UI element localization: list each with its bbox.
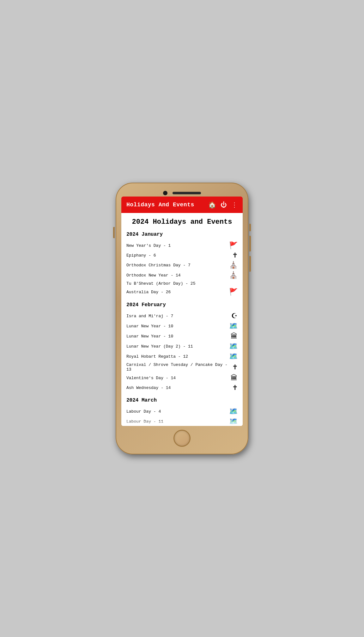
australia-map-icon-2: 🗺️ (228, 342, 238, 350)
section-february: 2024 February Isra and Mi'raj - 7 ☪ Luna… (126, 302, 238, 392)
volume-button (113, 227, 115, 238)
month-heading-january: 2024 January (126, 232, 238, 237)
section-january: 2024 January New Year's Day - 1 🚩 Epipha… (126, 232, 238, 297)
month-heading-march: 2024 March (126, 397, 238, 403)
list-item: Lunar New Year (Day 2) - 11 🗺️ (126, 341, 238, 351)
list-item: Isra and Mi'raj - 7 ☪ (126, 311, 238, 321)
app-title: Holidays And Events (126, 202, 194, 208)
power-icon[interactable]: ⏻ (221, 201, 227, 209)
phone-top-bar (121, 188, 243, 197)
list-item: Australia Day - 26 🚩 (126, 287, 238, 297)
section-march: 2024 March Labour Day - 4 🗺️ Labour Day … (126, 397, 238, 426)
list-item: Labour Day - 11 🗺️ (126, 416, 238, 426)
volume-up-button (249, 236, 251, 252)
list-item: New Year's Day - 1 🚩 (126, 240, 238, 251)
flag-icon: 🚩 (228, 241, 238, 250)
header-icons: 🏠 ⏻ ⋮ (208, 201, 238, 209)
list-item: Ash Wednesday - 14 ✝ (126, 383, 238, 392)
list-item: Carnival / Shrove Tuesday / Pancake Day … (126, 361, 238, 373)
screen-content[interactable]: 2024 Holidays and Events 2024 January Ne… (121, 213, 243, 426)
power-button (249, 224, 251, 231)
cross-icon: ✝ (228, 252, 238, 259)
phone-device: Holidays And Events 🏠 ⏻ ⋮ 2024 Holidays … (116, 183, 248, 454)
list-item: Orthodox New Year - 14 ⛪ (126, 270, 238, 280)
phone-screen: Holidays And Events 🏠 ⏻ ⋮ 2024 Holidays … (121, 197, 243, 426)
australia-map-icon-5: 🗺️ (228, 417, 238, 426)
list-item: Epiphany - 6 ✝ (126, 251, 238, 260)
crescent-icon: ☪ (228, 312, 238, 320)
list-item: Labour Day - 4 🗺️ (126, 406, 238, 416)
camera-dot (163, 191, 167, 195)
volume-down-button (249, 256, 251, 272)
bank-icon-2: 🏛 (228, 374, 238, 382)
cross-icon-2: ✝ (228, 363, 238, 371)
speaker-bar (173, 192, 201, 194)
australia-map-icon: 🗺️ (228, 322, 238, 330)
australia-map-icon-3: 🗺️ (228, 352, 238, 361)
list-item: Valentine's Day - 14 🏛 (126, 373, 238, 383)
church-icon: ⛪ (228, 261, 238, 269)
home-button[interactable] (173, 430, 191, 447)
home-icon[interactable]: 🏠 (208, 201, 216, 209)
page-title: 2024 Holidays and Events (126, 218, 238, 226)
list-item: Orthodox Christmas Day - 7 ⛪ (126, 260, 238, 270)
list-item: Royal Hobart Regatta - 12 🗺️ (126, 351, 238, 361)
list-item: Tu B'Shevat (Arbor Day) - 25 (126, 280, 238, 287)
church-icon-2: ⛪ (228, 271, 238, 279)
month-heading-february: 2024 February (126, 302, 238, 308)
phone-bottom (121, 426, 243, 449)
cross-icon-3: ✝ (228, 384, 238, 391)
list-item: Lunar New Year - 10 🗺️ (126, 321, 238, 331)
bank-icon: 🏛 (228, 332, 238, 340)
flag-icon-2: 🚩 (228, 288, 238, 296)
australia-map-icon-4: 🗺️ (228, 407, 238, 416)
app-header: Holidays And Events 🏠 ⏻ ⋮ (121, 197, 243, 213)
more-icon[interactable]: ⋮ (231, 201, 238, 209)
list-item: Lunar New Year - 10 🏛 (126, 331, 238, 341)
